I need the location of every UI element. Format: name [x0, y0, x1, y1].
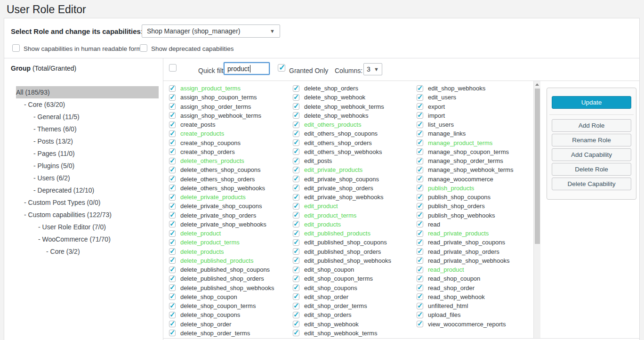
capability-checkbox[interactable] [293, 85, 299, 92]
group-tree-item[interactable]: - Custom Post Types (0/0) [16, 196, 159, 209]
capability-checkbox[interactable] [293, 194, 299, 201]
capability-checkbox[interactable] [293, 230, 299, 237]
capability-checkbox[interactable] [417, 221, 423, 227]
capability-checkbox[interactable] [417, 239, 423, 246]
capability-checkbox[interactable] [293, 248, 299, 255]
capability-checkbox[interactable] [169, 284, 176, 291]
capability-checkbox[interactable] [169, 103, 176, 110]
capability-checkbox[interactable] [417, 158, 423, 164]
capability-checkbox[interactable] [417, 275, 423, 282]
capability-checkbox[interactable] [293, 167, 299, 173]
group-tree-item[interactable]: - Themes (6/0) [16, 123, 159, 135]
capability-checkbox[interactable] [169, 185, 176, 191]
capability-checkbox[interactable] [169, 176, 176, 182]
capability-checkbox[interactable] [293, 139, 299, 146]
group-tree-item[interactable]: - Core (3/2) [16, 245, 159, 258]
capability-checkbox[interactable] [169, 221, 176, 227]
capability-checkbox[interactable] [293, 312, 299, 318]
capability-checkbox[interactable] [293, 284, 299, 291]
columns-select[interactable]: 3 ▼ [363, 63, 382, 75]
update-button[interactable]: Update [552, 96, 631, 109]
scrollbar-thumb[interactable] [535, 89, 540, 244]
capability-checkbox[interactable] [169, 257, 176, 264]
role-select[interactable]: Shop Manager (shop_manager) ▼ [142, 24, 280, 38]
capability-checkbox[interactable] [169, 121, 176, 128]
capability-checkbox[interactable] [169, 94, 176, 101]
capability-checkbox[interactable] [417, 112, 423, 119]
capability-checkbox[interactable] [417, 257, 423, 264]
capability-checkbox[interactable] [169, 85, 176, 92]
capability-checkbox[interactable] [417, 248, 423, 255]
capability-checkbox[interactable] [293, 267, 299, 273]
group-tree-item[interactable]: - Users (6/2) [16, 172, 159, 184]
capability-checkbox[interactable] [293, 103, 299, 110]
capability-checkbox[interactable] [417, 267, 423, 273]
group-tree-item[interactable]: - Deprecated (12/10) [16, 184, 159, 196]
group-tree-item[interactable]: All (185/93) [16, 86, 159, 98]
capability-checkbox[interactable] [293, 176, 299, 182]
capability-checkbox[interactable] [293, 293, 299, 300]
capability-checkbox[interactable] [293, 239, 299, 246]
capability-checkbox[interactable] [169, 139, 176, 146]
group-tree-item[interactable]: - User Role Editor (7/0) [16, 221, 159, 233]
select-all-checkbox[interactable] [169, 64, 177, 72]
human-readable-checkbox[interactable] [12, 44, 20, 52]
capability-checkbox[interactable] [169, 312, 176, 318]
capability-checkbox[interactable] [169, 112, 176, 119]
group-tree-item[interactable]: - Core (63/20) [16, 98, 159, 111]
capability-checkbox[interactable] [169, 321, 176, 327]
capability-checkbox[interactable] [169, 275, 176, 282]
capability-checkbox[interactable] [293, 212, 299, 219]
quick-filter-input[interactable]: product [224, 62, 270, 75]
capability-checkbox[interactable] [169, 203, 176, 210]
group-tree-item[interactable]: - Plugins (5/0) [16, 160, 159, 172]
group-tree-item[interactable]: - Custom capabilities (122/73) [16, 209, 159, 221]
capability-checkbox[interactable] [169, 194, 176, 201]
capability-checkbox[interactable] [293, 275, 299, 282]
scroll-up-icon[interactable] [535, 83, 539, 86]
role-action-button[interactable]: Add Role [552, 119, 631, 132]
capability-checkbox[interactable] [293, 257, 299, 264]
capability-checkbox[interactable] [417, 194, 423, 201]
capability-checkbox[interactable] [417, 212, 423, 219]
capability-checkbox[interactable] [169, 158, 176, 164]
capability-checkbox[interactable] [417, 293, 423, 300]
capability-checkbox[interactable] [293, 303, 299, 309]
capability-checkbox[interactable] [169, 303, 176, 309]
role-action-button[interactable]: Delete Role [552, 163, 631, 176]
capability-checkbox[interactable] [417, 167, 423, 173]
show-deprecated-checkbox[interactable] [140, 44, 147, 52]
capability-checkbox[interactable] [417, 312, 423, 318]
capability-checkbox[interactable] [169, 293, 176, 300]
capability-checkbox[interactable] [293, 330, 299, 336]
capability-checkbox[interactable] [169, 330, 176, 336]
capability-checkbox[interactable] [417, 148, 423, 155]
group-tree-item[interactable]: - General (11/5) [16, 111, 159, 123]
role-action-button[interactable]: Rename Role [552, 134, 631, 146]
capability-checkbox[interactable] [417, 321, 423, 327]
group-tree-item[interactable]: - Posts (13/2) [16, 135, 159, 147]
capability-checkbox[interactable] [417, 130, 423, 137]
capability-checkbox[interactable] [293, 321, 299, 327]
granted-only-checkbox[interactable] [278, 64, 285, 72]
capability-checkbox[interactable] [169, 212, 176, 219]
capability-checkbox[interactable] [169, 248, 176, 255]
capability-checkbox[interactable] [293, 221, 299, 227]
capability-checkbox[interactable] [293, 185, 299, 191]
capability-checkbox[interactable] [417, 284, 423, 291]
capability-checkbox[interactable] [293, 121, 299, 128]
capability-checkbox[interactable] [417, 303, 423, 309]
capability-checkbox[interactable] [417, 203, 423, 210]
capability-checkbox[interactable] [169, 239, 176, 246]
capability-checkbox[interactable] [169, 130, 176, 137]
group-tree-item[interactable]: - WooCommerce (71/70) [16, 233, 159, 245]
role-action-button[interactable]: Delete Capability [552, 178, 631, 190]
capability-checkbox[interactable] [417, 176, 423, 182]
capability-checkbox[interactable] [417, 94, 423, 101]
capability-checkbox[interactable] [417, 121, 423, 128]
capability-checkbox[interactable] [417, 230, 423, 237]
capability-checkbox[interactable] [293, 94, 299, 101]
capability-checkbox[interactable] [293, 130, 299, 137]
capability-checkbox[interactable] [169, 167, 176, 173]
role-action-button[interactable]: Add Capability [552, 148, 631, 161]
